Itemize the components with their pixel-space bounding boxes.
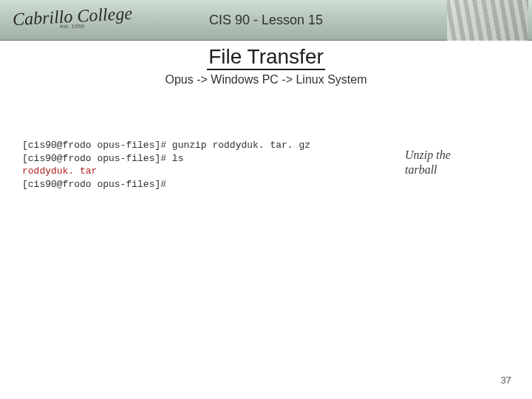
terminal-line-1: [cis90@frodo opus-files]# gunzip roddydu… [22, 139, 310, 152]
header-band: Cabrillo College est. 1959 CIS 90 - Less… [0, 0, 532, 41]
header-title: CIS 90 - Lesson 15 [209, 13, 323, 28]
annotation-line-1: Unzip the [405, 148, 451, 163]
prompt: [cis90@frodo opus-files]# [22, 179, 166, 190]
terminal-line-4: [cis90@frodo opus-files]# [22, 178, 310, 191]
terminal-line-2: [cis90@frodo opus-files]# ls [22, 152, 310, 166]
title-wrap: File Transfer [0, 41, 532, 70]
prompt: [cis90@frodo opus-files]# [22, 153, 172, 164]
slide-number: 37 [501, 375, 511, 386]
header-photo [447, 0, 528, 41]
command: gunzip roddyduk. tar. gz [172, 140, 310, 151]
slide-title: File Transfer [207, 45, 325, 70]
terminal-block: [cis90@frodo opus-files]# gunzip roddydu… [22, 139, 310, 191]
college-logo: Cabrillo College est. 1959 [4, 1, 140, 37]
annotation-text: Unzip the tarball [405, 148, 451, 177]
prompt: [cis90@frodo opus-files]# [22, 140, 172, 151]
terminal-line-3: roddyduk. tar [22, 165, 310, 178]
slide-subtitle: Opus -> Windows PC -> Linux System [0, 73, 532, 86]
logo-text: Cabrillo College [12, 5, 132, 27]
output-file: roddyduk. tar [22, 166, 97, 177]
command: ls [172, 153, 184, 164]
annotation-line-2: tarball [405, 163, 451, 177]
